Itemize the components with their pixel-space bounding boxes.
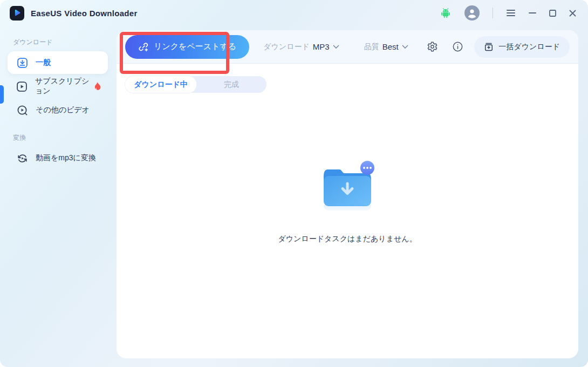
app-window: EaseUS Video Downloader [0, 0, 588, 367]
quality-dropdown[interactable]: 品質 Best [364, 42, 408, 52]
tab-bar: ダウンロード中 完成 [125, 76, 266, 93]
download-square-icon [16, 57, 28, 69]
sidebar-item-subscription[interactable]: サブスクリプション [8, 75, 108, 98]
paste-link-button[interactable]: リンクをペーストする [125, 35, 249, 59]
sidebar: ダウンロード 一般 サブスクリプション [0, 26, 115, 367]
sidebar-item-label: 動画をmp3に変換 [36, 153, 96, 163]
menu-icon[interactable] [506, 9, 516, 17]
info-icon[interactable] [452, 41, 463, 52]
tab-completed[interactable]: 完成 [196, 76, 266, 93]
sidebar-section-convert: 変換 [13, 133, 115, 142]
active-item-indicator [0, 85, 4, 104]
chevron-down-icon [402, 45, 408, 49]
app-logo [10, 6, 24, 21]
subscription-play-icon [16, 80, 28, 92]
user-avatar[interactable] [464, 5, 480, 21]
batch-download-icon [484, 42, 494, 52]
download-format-label: ダウンロード [263, 42, 310, 52]
convert-icon [16, 152, 28, 164]
maximize-icon[interactable] [549, 10, 556, 17]
sidebar-item-other-videos[interactable]: その他のビデオ [8, 99, 108, 121]
download-format-value: MP3 [313, 42, 330, 51]
flame-icon [92, 81, 101, 92]
batch-download-button[interactable]: 一括ダウンロード [474, 36, 570, 58]
empty-state-message: ダウンロードタスクはまだありません。 [278, 234, 416, 244]
sidebar-item-convert-mp3[interactable]: 動画をmp3に変換 [8, 147, 108, 169]
chevron-down-icon [333, 45, 339, 49]
quality-value: Best [382, 42, 399, 51]
batch-download-label: 一括ダウンロード [498, 42, 560, 52]
sidebar-item-general[interactable]: 一般 [8, 51, 108, 74]
minimize-icon[interactable] [529, 9, 536, 17]
sidebar-item-label: 一般 [36, 58, 51, 67]
sidebar-section-download: ダウンロード [13, 38, 115, 47]
close-icon[interactable] [569, 10, 576, 17]
toolbar: リンクをペーストする ダウンロード MP3 品質 Best [117, 30, 578, 64]
play-logo-icon [12, 9, 22, 18]
tab-downloading[interactable]: ダウンロード中 [125, 76, 196, 93]
quality-label: 品質 [364, 42, 379, 52]
empty-state: ダウンロードタスクはまだありません。 [117, 160, 578, 244]
video-search-icon [16, 104, 28, 116]
title-bar: EaseUS Video Downloader [0, 0, 588, 26]
folder-reflection [319, 205, 375, 227]
titlebar-divider [493, 8, 493, 18]
download-format-dropdown[interactable]: ダウンロード MP3 [263, 42, 339, 52]
app-title: EaseUS Video Downloader [31, 9, 138, 18]
settings-gear-icon[interactable] [427, 41, 438, 52]
android-icon[interactable] [440, 7, 452, 19]
link-plus-icon [138, 42, 149, 52]
main-panel: リンクをペーストする ダウンロード MP3 品質 Best [117, 30, 578, 358]
paste-link-label: リンクをペーストする [154, 42, 236, 52]
sidebar-item-label: サブスクリプション [35, 77, 92, 96]
empty-folder-icon [319, 160, 375, 209]
sidebar-item-label: その他のビデオ [36, 105, 90, 115]
